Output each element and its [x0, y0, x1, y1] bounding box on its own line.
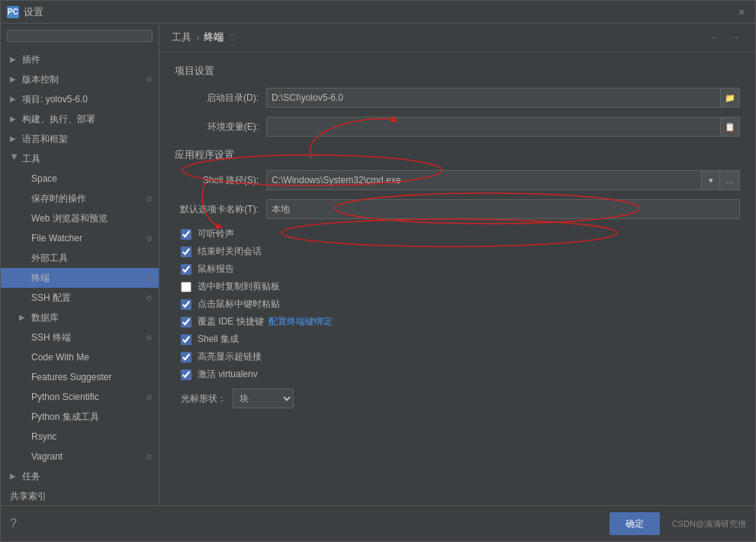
- sidebar-item-label: 终端: [31, 272, 50, 285]
- back-arrow[interactable]: ←: [706, 30, 723, 45]
- checkbox-row-closeOnExit: 结束时关闭会话: [175, 245, 740, 258]
- sidebar-item-tools[interactable]: ▶工具: [1, 149, 159, 169]
- sidebar-item-label: File Watcher: [31, 233, 82, 244]
- sidebar-item-external[interactable]: 外部工具: [1, 248, 159, 268]
- pin-icon[interactable]: □: [230, 32, 235, 43]
- title-bar: PC 设置 ×: [1, 1, 755, 24]
- sidebar-item-label: 共享索引: [10, 490, 47, 503]
- sidebar-item-label: Python Scientific: [31, 392, 99, 402]
- checkbox-label-virtualenv: 激活 virtualenv: [198, 368, 258, 381]
- settings-icon: ⚙: [146, 393, 153, 402]
- breadcrumb-bar: 工具 › 终端 □ ← →: [159, 24, 755, 52]
- ok-button[interactable]: 确定: [610, 512, 660, 535]
- sidebar-item-label: 构建、执行、部署: [22, 113, 95, 126]
- env-var-label: 环境变量(E):: [175, 121, 266, 134]
- checkbox-middleClick[interactable]: [181, 299, 191, 310]
- default-tab-label: 默认选项卡名称(T):: [175, 203, 266, 216]
- sidebar-item-project[interactable]: ▶项目: yolov5-6.0: [1, 89, 159, 109]
- checkbox-bell[interactable]: [181, 229, 191, 240]
- sidebar-item-tasks[interactable]: ▶任务: [1, 466, 159, 486]
- forward-arrow[interactable]: →: [726, 30, 743, 45]
- sidebar-item-vagrant[interactable]: Vagrant⚙: [1, 447, 159, 466]
- sidebar-item-label: Python 集成工具: [31, 411, 99, 424]
- close-button[interactable]: ×: [734, 5, 749, 20]
- shell-dropdown-button[interactable]: ▾: [702, 170, 720, 190]
- sidebar-item-pysci[interactable]: Python Scientific⚙: [1, 387, 159, 407]
- sidebar-item-save[interactable]: 保存时的操作⚙: [1, 189, 159, 208]
- chevron-icon: ▶: [10, 75, 19, 84]
- sidebar-item-codewithme[interactable]: Code With Me: [1, 347, 159, 367]
- breadcrumb-nav: 工具 › 终端 □: [172, 31, 706, 44]
- sidebar-item-build[interactable]: ▶构建、执行、部署: [1, 109, 159, 129]
- breadcrumb-parent: 工具: [172, 31, 191, 44]
- checkbox-overrideIDE[interactable]: [181, 317, 191, 327]
- start-dir-label: 启动目录(D):: [175, 92, 266, 105]
- sidebar: ▶插件▶版本控制⚙▶项目: yolov5-6.0▶构建、执行、部署▶语言和框架▶…: [1, 24, 159, 505]
- checkbox-label-hyperlinks: 高亮显示超链接: [198, 350, 262, 363]
- shell-path-input[interactable]: [266, 170, 702, 190]
- start-dir-browse-button[interactable]: 📁: [720, 88, 740, 108]
- sidebar-item-space[interactable]: Space: [1, 169, 159, 189]
- configure-keybinding-link[interactable]: 配置终端键绑定: [269, 315, 333, 328]
- sidebar-item-label: 版本控制: [22, 73, 59, 86]
- sidebar-item-plugins[interactable]: ▶插件: [1, 50, 159, 69]
- nav-arrows: ← →: [706, 30, 743, 45]
- sidebar-item-label: 数据库: [31, 311, 59, 324]
- start-dir-input[interactable]: [266, 88, 720, 108]
- settings-icon: ⚙: [146, 76, 153, 84]
- sidebar-item-database[interactable]: ▶数据库: [1, 308, 159, 327]
- sidebar-item-label: 项目: yolov5-6.0: [22, 93, 88, 106]
- checkbox-shellIntegration[interactable]: [181, 334, 191, 345]
- sidebar-item-filewatcher[interactable]: File Watcher⚙: [1, 228, 159, 248]
- help-button[interactable]: ?: [10, 517, 17, 531]
- sidebar-item-label: 工具: [22, 153, 40, 166]
- sidebar-item-lang[interactable]: ▶语言和框架: [1, 129, 159, 149]
- settings-icon: ⚙: [146, 294, 153, 302]
- env-var-browse-button[interactable]: 📋: [720, 117, 740, 137]
- sidebar-item-web[interactable]: Web 浏览器和预览: [1, 208, 159, 228]
- search-box[interactable]: [7, 30, 153, 42]
- sidebar-item-label: 保存时的操作: [31, 192, 86, 205]
- sidebar-item-ssh[interactable]: SSH 配置⚙: [1, 288, 159, 308]
- checkbox-copyOnSelect[interactable]: [181, 282, 191, 292]
- sidebar-item-rsync[interactable]: Rsync: [1, 427, 159, 447]
- search-input[interactable]: [12, 31, 147, 41]
- app-section-title: 应用程序设置: [175, 148, 740, 162]
- checkbox-row-mouseReport: 鼠标报告: [175, 263, 740, 276]
- checkbox-virtualenv[interactable]: [181, 369, 191, 380]
- sidebar-item-vcs[interactable]: ▶版本控制⚙: [1, 69, 159, 89]
- checkbox-row-hyperlinks: 高亮显示超链接: [175, 350, 740, 363]
- env-var-row: 环境变量(E): 📋: [175, 116, 740, 137]
- checkbox-label-middleClick: 点击鼠标中键时粘贴: [198, 298, 280, 311]
- sidebar-item-pytools[interactable]: Python 集成工具: [1, 407, 159, 427]
- default-tab-input[interactable]: [266, 199, 740, 219]
- sidebar-item-label: 外部工具: [31, 252, 68, 265]
- sidebar-item-features[interactable]: Features Suggester: [1, 367, 159, 387]
- checkbox-label-closeOnExit: 结束时关闭会话: [198, 245, 262, 258]
- checkbox-label-overrideIDE: 覆盖 IDE 快捷键: [198, 315, 264, 328]
- breadcrumb-separator: ›: [196, 32, 199, 44]
- settings-icon: ⚙: [146, 334, 153, 342]
- sidebar-item-terminal[interactable]: 终端⚙: [1, 268, 159, 288]
- shell-extra-button[interactable]: …: [720, 170, 740, 190]
- sidebar-item-label: Code With Me: [31, 352, 89, 363]
- checkbox-closeOnExit[interactable]: [181, 247, 191, 257]
- checkbox-mouseReport[interactable]: [181, 264, 191, 275]
- sidebar-item-shared[interactable]: 共享索引: [1, 486, 159, 505]
- shell-input-group: ▾ …: [266, 170, 740, 190]
- chevron-icon: ▶: [10, 472, 19, 481]
- env-var-input[interactable]: [266, 117, 720, 137]
- checkbox-row-copyOnSelect: 选中时复制到剪贴板: [175, 280, 740, 293]
- cursor-shape-select[interactable]: 块下划线竖线: [233, 389, 294, 408]
- settings-icon: ⚙: [146, 274, 153, 282]
- env-var-input-group: 📋: [266, 117, 740, 137]
- project-section-title: 项目设置: [175, 64, 740, 78]
- sidebar-item-ssht[interactable]: SSH 终端⚙: [1, 327, 159, 347]
- checkbox-row-bell: 可听铃声: [175, 227, 740, 240]
- main-content: 工具 › 终端 □ ← → 项目设置 启动目录(D):: [159, 24, 755, 505]
- checkbox-hyperlinks[interactable]: [181, 352, 191, 363]
- chevron-icon: ▶: [10, 134, 19, 144]
- settings-dialog: PC 设置 × ▶插件▶版本控制⚙▶项目: yolov5-6.0▶构建、执行、部…: [0, 0, 756, 542]
- watermark: CSDN@满满研究僧: [672, 518, 746, 530]
- breadcrumb-current: 终端: [204, 31, 224, 44]
